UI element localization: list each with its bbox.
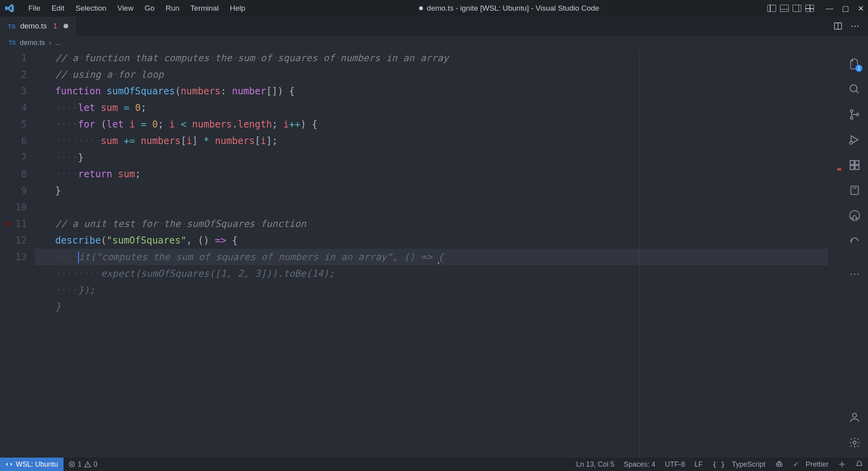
typescript-file-icon: TS — [8, 23, 15, 30]
accounts-icon[interactable] — [847, 410, 862, 424]
tab-filename: demo.ts — [20, 22, 47, 30]
github-icon[interactable] — [847, 208, 862, 223]
code-line-8[interactable]: ····return sum; — [55, 166, 817, 182]
menu-edit[interactable]: Edit — [46, 2, 70, 15]
menu-selection[interactable]: Selection — [70, 2, 112, 15]
code-content[interactable]: //·a·function·that·computes·the·sum·of·s… — [55, 50, 817, 315]
code-line-5[interactable]: ····for (let i = 0; i < numbers.length; … — [55, 116, 817, 133]
tab-demo-ts[interactable]: TS demo.ts 1 — [0, 17, 76, 36]
menu-view[interactable]: View — [112, 2, 139, 15]
warning-count: 0 — [94, 460, 97, 469]
ghost-line: ········expect(sumOfSquares([1, 2, 3])).… — [55, 265, 817, 282]
svg-rect-12 — [851, 186, 859, 195]
breadcrumb-rest: ... — [55, 39, 61, 47]
svg-rect-21 — [776, 463, 782, 466]
code-line-1[interactable]: //·a·function·that·computes·the·sum·of·s… — [55, 50, 817, 66]
typescript-file-icon: TS — [9, 39, 16, 46]
toggle-secondary-sidebar-icon[interactable] — [793, 5, 801, 12]
activity-bar: ⋯ — [841, 50, 868, 458]
copilot-status-icon[interactable] — [770, 460, 788, 469]
svg-point-16 — [853, 441, 856, 444]
remote-indicator[interactable]: WSL: Ubuntu — [0, 458, 64, 471]
window-title: demo.ts - ignite [WSL: Ubuntu] - Visual … — [251, 4, 768, 13]
indentation[interactable]: Spaces: 4 — [619, 460, 660, 469]
toggle-panel-icon[interactable] — [780, 5, 789, 12]
formatter[interactable]: ✓ Prettier — [788, 460, 833, 469]
remote-explorer-icon[interactable] — [847, 183, 862, 197]
menu-run[interactable]: Run — [160, 2, 185, 15]
layout-controls — [767, 5, 814, 12]
title-bar: FileEditSelectionViewGoRunTerminalHelp d… — [0, 0, 868, 17]
status-bar: WSL: Ubuntu 1 0 Ln 13, Col 5 Spaces: 4 U… — [0, 458, 868, 471]
code-line-10[interactable] — [55, 199, 817, 216]
main-menu: FileEditSelectionViewGoRunTerminalHelp — [23, 2, 251, 15]
svg-point-24 — [841, 463, 843, 465]
code-line-2[interactable]: //·using·a·for·loop — [55, 66, 817, 83]
settings-gear-icon[interactable] — [847, 435, 862, 450]
overflow-icon[interactable]: ⋯ — [847, 267, 862, 281]
tab-bar: TS demo.ts 1 ⋯ — [0, 17, 868, 36]
source-control-icon[interactable] — [847, 107, 862, 122]
feedback-icon[interactable] — [833, 460, 851, 468]
dirty-indicator-icon — [419, 6, 423, 10]
menu-terminal[interactable]: Terminal — [185, 2, 224, 15]
language-mode[interactable]: { } TypeScript — [707, 460, 770, 469]
eol[interactable]: LF — [690, 460, 707, 469]
line-number-gutter[interactable]: 12345678910111213 — [0, 50, 35, 265]
svg-point-7 — [850, 141, 853, 144]
dirty-dot-icon — [64, 24, 68, 28]
code-line-3[interactable]: function sumOfSquares(numbers: number[])… — [55, 83, 817, 99]
error-count: 1 — [78, 460, 82, 469]
code-line-4[interactable]: ····let sum = 0; — [55, 99, 817, 116]
svg-point-4 — [850, 110, 853, 112]
explorer-icon[interactable] — [847, 57, 862, 71]
menu-file[interactable]: File — [23, 2, 46, 15]
editor[interactable]: 12345678910111213 //·a·function·that·com… — [0, 50, 841, 458]
window-controls: — ▢ ✕ — [826, 4, 864, 13]
breadcrumb[interactable]: TS demo.ts › ... — [0, 36, 868, 50]
ghost-line: } — [55, 298, 817, 315]
minimap-error-marker — [837, 168, 841, 171]
customize-layout-icon[interactable] — [805, 5, 814, 12]
code-line-13[interactable]: ····it("computes the sum of squares of n… — [55, 249, 817, 265]
vscode-logo-icon — [4, 3, 15, 14]
live-share-icon[interactable] — [847, 234, 862, 248]
svg-point-23 — [780, 464, 781, 465]
notifications-icon[interactable] — [851, 460, 868, 468]
code-line-6[interactable]: ········sum += numbers[i] * numbers[i]; — [55, 133, 817, 149]
tab-problem-count: 1 — [52, 22, 59, 30]
search-icon[interactable] — [847, 82, 862, 96]
code-line-12[interactable]: describe("sumOfSquares", () => { — [55, 232, 817, 249]
toggle-primary-sidebar-icon[interactable] — [767, 5, 776, 12]
menu-go[interactable]: Go — [139, 2, 160, 15]
svg-rect-8 — [850, 161, 854, 165]
split-editor-icon[interactable] — [833, 22, 843, 30]
code-line-11[interactable]: //·a·unit·test·for·the·sumOfSquares·func… — [55, 216, 817, 232]
minimize-icon[interactable]: — — [826, 4, 833, 13]
code-line-9[interactable]: } — [55, 182, 817, 199]
close-icon[interactable]: ✕ — [858, 4, 864, 13]
menu-help[interactable]: Help — [224, 2, 251, 15]
editor-group: 12345678910111213 //·a·function·that·com… — [0, 50, 868, 458]
svg-rect-9 — [850, 165, 854, 169]
code-line-7[interactable]: ····} — [55, 149, 817, 166]
maximize-icon[interactable]: ▢ — [842, 4, 849, 13]
more-actions-icon[interactable]: ⋯ — [851, 21, 859, 31]
svg-point-15 — [853, 413, 857, 417]
encoding[interactable]: UTF-8 — [660, 460, 690, 469]
minimap[interactable] — [828, 50, 841, 458]
ghost-line: ····}); — [55, 282, 817, 298]
breadcrumb-filename: demo.ts — [20, 39, 45, 47]
chevron-right-icon: › — [49, 39, 51, 47]
svg-rect-10 — [855, 165, 859, 169]
cursor-position[interactable]: Ln 13, Col 5 — [571, 460, 619, 469]
window-title-text: demo.ts - ignite [WSL: Ubuntu] - Visual … — [427, 4, 599, 13]
svg-point-2 — [850, 85, 857, 92]
problems-indicator[interactable]: 1 0 — [64, 460, 102, 469]
svg-point-6 — [856, 113, 859, 116]
remote-name: WSL: Ubuntu — [16, 460, 58, 469]
run-debug-icon[interactable] — [847, 133, 862, 147]
extensions-icon[interactable] — [847, 158, 862, 172]
svg-point-22 — [778, 464, 778, 465]
svg-point-5 — [850, 117, 853, 119]
